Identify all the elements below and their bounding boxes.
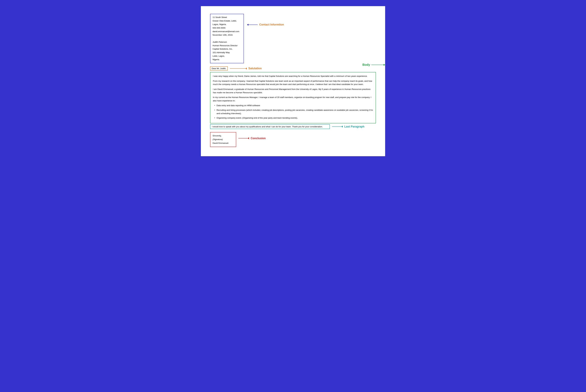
body-para1: I was very happy when my friend, Daine J… — [213, 74, 373, 78]
salutation-section: Dear Mr. Judith, Salutation — [210, 66, 376, 70]
conclusion-arrow-tip — [248, 137, 249, 139]
body-para3: I am David Emmanuel, a graduate of Human… — [213, 88, 373, 94]
bullet-item-2: Recruiting and hiring processes (which i… — [214, 108, 373, 115]
contact-line8: Judith Peterson — [212, 40, 241, 44]
body-arrow-tip — [384, 64, 385, 66]
contact-arrow-tip — [247, 24, 248, 26]
body-para2: From my research on the company, I learn… — [213, 80, 373, 86]
contact-line9: Human Resources Director — [212, 44, 241, 48]
contact-line11: 101 Admiralty Way — [212, 51, 241, 54]
bullet-item-1: Data entry and data reporting on HRM sof… — [214, 104, 373, 107]
conclusion-arrow-line — [238, 138, 248, 138]
last-para-label-wrapper: Last Paragraph — [332, 125, 364, 128]
contact-arrow-line — [248, 24, 258, 25]
last-paragraph-label: Last Paragraph — [344, 125, 364, 128]
salutation-arrow-tip — [245, 68, 247, 70]
contact-line1: 11 South Street — [212, 16, 241, 19]
salutation-label-wrapper: Salutation — [230, 67, 262, 70]
conclusion-label: Conclusion — [251, 137, 266, 140]
last-paragraph-section: I would love to speak with you about my … — [210, 124, 376, 129]
conclusion-signature: (Signature) — [212, 138, 234, 141]
last-para-arrow-tip — [341, 126, 343, 128]
salutation-text: Dear Mr. Judith, — [212, 67, 226, 70]
contact-info-box: 11 South Street Ocean View Estate, Lekki… — [210, 14, 244, 63]
contact-line13: Nigeria. — [212, 58, 241, 62]
contact-line3: Lagos, Nigeria. — [212, 23, 241, 26]
body-para4: In my current as the Human Resources Man… — [213, 96, 373, 102]
document-container: Body 11 South Street Ocean View Estate, … — [201, 6, 385, 156]
body-label-wrapper: Body — [362, 63, 385, 66]
last-paragraph-text: I would love to speak with you about my … — [212, 126, 323, 128]
contact-line2: Ocean View Estate, Lekki, — [212, 19, 241, 23]
salutation-box: Dear Mr. Judith, — [210, 66, 228, 70]
conclusion-line3: David Emmanuel. — [212, 141, 234, 145]
contact-line12: Lekki, Lagos, — [212, 54, 241, 58]
conclusion-label-wrapper: Conclusion — [238, 137, 266, 140]
contact-label-line: Contact Informtion — [247, 23, 284, 26]
bullet-item-3: Organizing company event. (Organizing en… — [214, 116, 373, 120]
salutation-arrow-line — [230, 68, 245, 69]
contact-line4: 555-555-5555 — [212, 26, 241, 30]
conclusion-line1: Sincerely, — [212, 134, 234, 138]
contact-line7 — [212, 37, 241, 40]
contact-arrow — [247, 24, 258, 26]
body-label: Body — [362, 63, 370, 66]
conclusion-section: Sincerely, (Signature) David Emmanuel. C… — [210, 132, 376, 147]
contact-info-label: Contact Informtion — [259, 23, 284, 26]
bullet-list: Data entry and data reporting on HRM sof… — [213, 104, 373, 120]
contact-info-section: 11 South Street Ocean View Estate, Lekki… — [210, 14, 376, 63]
salutation-label: Salutation — [248, 67, 262, 70]
contact-line5: david.emmanuel@email.com — [212, 30, 241, 33]
body-arrow-line — [371, 65, 384, 65]
last-para-arrow-line — [332, 126, 341, 127]
contact-line10: Capital Solutions, Inc. — [212, 47, 241, 51]
last-paragraph-box: I would love to speak with you about my … — [210, 124, 330, 129]
contact-line6: November 13th, 2019. — [212, 33, 241, 37]
body-section: I was very happy when my friend, Daine J… — [210, 72, 376, 123]
conclusion-box: Sincerely, (Signature) David Emmanuel. — [210, 132, 236, 147]
